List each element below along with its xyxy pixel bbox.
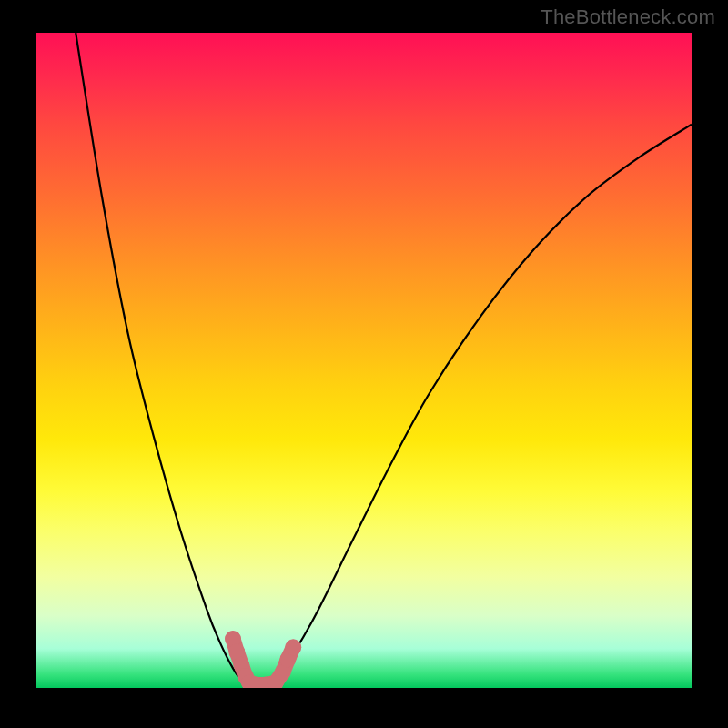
curve-svg xyxy=(36,33,692,688)
marker-group xyxy=(225,631,301,688)
bottleneck-curve xyxy=(76,33,692,685)
plot-area xyxy=(36,33,692,688)
watermark-text: TheBottleneck.com xyxy=(541,5,715,29)
marker-dot xyxy=(285,639,301,655)
chart-stage: TheBottleneck.com xyxy=(0,0,728,728)
